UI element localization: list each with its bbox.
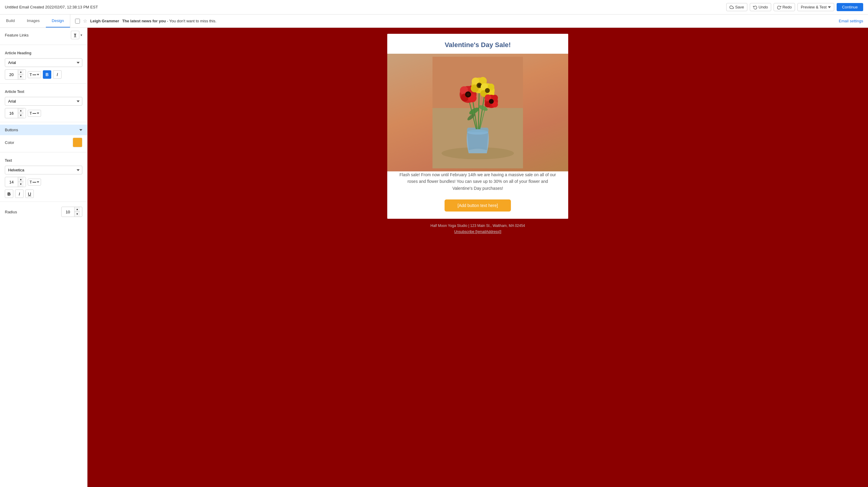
tab-group: Build Images Design — [0, 14, 70, 27]
radius-row: Radius 10 ▲ ▼ — [0, 204, 87, 219]
article-heading-size-down[interactable]: ▼ — [18, 74, 24, 79]
article-text-color-button[interactable]: T — [28, 110, 41, 117]
star-icon[interactable]: ☆ — [83, 18, 87, 24]
email-select-checkbox[interactable] — [75, 19, 80, 24]
email-preview-bar: ☆ Leigh Grammer The latest news for you … — [70, 14, 868, 27]
top-bar: Untitled Email Created 2022/02/07, 12:38… — [0, 0, 868, 14]
svg-point-18 — [467, 93, 470, 96]
email-cta-button[interactable]: [Add button text here] — [444, 200, 511, 212]
chevron-down-icon-2 — [37, 74, 39, 75]
button-text-size-arrows: ▲ ▼ — [18, 177, 24, 187]
divider-3 — [0, 122, 87, 122]
feature-links-chevron[interactable]: ▾ — [81, 33, 82, 37]
button-text-underline-button[interactable]: U — [25, 189, 34, 198]
footer-address: Half Moon Yoga Studio | 123 Main St., Wa… — [393, 223, 562, 228]
button-text-color-button[interactable]: T — [28, 179, 41, 186]
article-text-font-wrapper: Arial — [0, 96, 87, 107]
article-heading-section-label: Article Heading — [0, 48, 87, 57]
button-text-section-label: Text — [0, 155, 87, 164]
article-heading-italic-button[interactable]: I — [53, 70, 62, 79]
article-heading-format-row: 20 ▲ ▼ T B I — [0, 68, 87, 81]
tab-build[interactable]: Build — [0, 14, 21, 27]
redo-button[interactable]: Redo — [774, 3, 795, 11]
text-color-t-icon: T — [30, 72, 32, 77]
divider-5 — [0, 202, 87, 202]
email-settings-link[interactable]: Email settings — [839, 19, 863, 23]
color-swatch[interactable] — [73, 138, 82, 147]
article-text-font-select[interactable]: Arial — [5, 97, 82, 105]
article-text-size-up[interactable]: ▲ — [18, 108, 24, 113]
button-text-font-wrapper: Helvetica — [0, 164, 87, 176]
article-heading-font-select[interactable]: Arial — [5, 58, 82, 67]
chevron-down-icon-3 — [37, 113, 39, 114]
svg-point-37 — [489, 99, 494, 104]
buttons-section-header[interactable]: Buttons — [0, 125, 87, 135]
article-text-size-arrows: ▲ ▼ — [18, 108, 24, 118]
tab-design[interactable]: Design — [46, 14, 70, 27]
main-content: Feature Links T ▾ Article Heading Arial … — [0, 28, 868, 487]
radius-label: Radius — [5, 210, 17, 214]
button-text-size-up[interactable]: ▲ — [18, 177, 24, 182]
undo-button[interactable]: Undo — [750, 3, 771, 11]
top-bar-actions: Save Undo Redo Preview & Test Continue — [726, 3, 863, 11]
feature-links-label: Feature Links — [5, 33, 29, 37]
button-text-font-select[interactable]: Helvetica — [5, 166, 82, 174]
article-heading-size-up[interactable]: ▲ — [18, 70, 24, 74]
color-label: Color — [5, 140, 14, 145]
article-heading-bold-button[interactable]: B — [43, 70, 51, 79]
chevron-down-icon — [828, 6, 831, 8]
button-text-bold-button[interactable]: B — [5, 189, 13, 198]
sender-name: Leigh Grammer — [90, 19, 119, 23]
article-text-size-input[interactable]: 16 — [5, 110, 18, 117]
article-heading-font-wrapper: Arial — [0, 57, 87, 68]
article-heading-size-arrows: ▲ ▼ — [18, 70, 24, 79]
color-row: Color — [0, 135, 87, 150]
divider-4 — [0, 152, 87, 152]
article-text-size-down[interactable]: ▼ — [18, 113, 24, 118]
footer-unsubscribe[interactable]: Unsubscribe [[emailAddress]] — [393, 230, 562, 234]
buttons-section-label: Buttons — [5, 128, 18, 132]
radius-size-arrows: ▲ ▼ — [74, 207, 80, 217]
flower-illustration — [433, 57, 523, 169]
canvas-area: Valentine's Day Sale! — [88, 28, 868, 487]
page-title: Untitled Email Created 2022/02/07, 12:38… — [5, 5, 98, 9]
article-heading-size-input[interactable]: 20 — [5, 71, 18, 79]
radius-up[interactable]: ▲ — [74, 207, 80, 212]
buttons-chevron-icon — [79, 129, 82, 131]
continue-button[interactable]: Continue — [837, 3, 863, 11]
feature-links-controls: T ▾ — [71, 31, 82, 39]
cloud-icon — [730, 5, 734, 9]
preview-test-button[interactable]: Preview & Test — [798, 3, 834, 11]
article-text-format-row: 16 ▲ ▼ T — [0, 107, 87, 120]
radius-input[interactable]: 10 — [62, 208, 74, 216]
text-color-t-icon-3: T — [30, 180, 32, 184]
text-color-underline — [33, 74, 36, 75]
email-title: Valentine's Day Sale! — [387, 34, 568, 54]
tab-images[interactable]: Images — [21, 14, 46, 27]
flower-image-area — [387, 54, 568, 172]
sub-header: Build Images Design ☆ Leigh Grammer The … — [0, 14, 868, 28]
article-heading-text-color-button[interactable]: T — [28, 71, 41, 78]
save-button[interactable]: Save — [726, 3, 747, 11]
email-subject: The latest news for you - You don't want… — [122, 19, 216, 23]
article-text-section-label: Article Text — [0, 86, 87, 96]
svg-point-31 — [485, 88, 490, 93]
article-heading-size-group: 20 ▲ ▼ — [5, 69, 26, 80]
text-color-underline-2 — [33, 113, 36, 114]
button-text-size-down[interactable]: ▼ — [18, 182, 24, 187]
undo-icon — [753, 5, 757, 9]
chevron-down-icon-4 — [37, 181, 39, 183]
article-text-size-group: 16 ▲ ▼ — [5, 108, 26, 118]
button-text-size-group: 14 ▲ ▼ — [5, 177, 26, 187]
svg-point-25 — [478, 84, 481, 87]
button-text-format-btns-row: B I U — [0, 188, 87, 199]
email-body-text: Flash sale! From now until February 14th… — [387, 172, 568, 196]
button-text-format-row: 14 ▲ ▼ T — [0, 176, 87, 188]
email-footer: Half Moon Yoga Studio | 123 Main St., Wa… — [387, 219, 568, 239]
radius-size-group: 10 ▲ ▼ — [61, 207, 82, 217]
button-text-italic-button[interactable]: I — [15, 189, 24, 198]
button-text-size-input[interactable]: 14 — [5, 178, 18, 186]
radius-down[interactable]: ▼ — [74, 212, 80, 217]
text-format-t-button[interactable]: T — [71, 31, 79, 39]
email-card: Valentine's Day Sale! — [387, 34, 568, 219]
